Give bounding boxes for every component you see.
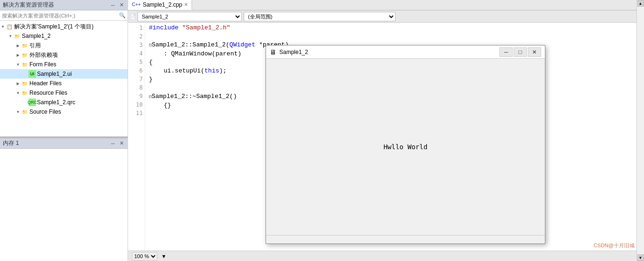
- tree-arrow-ui: [23, 71, 28, 77]
- scroll-up-btn[interactable]: ▲: [637, 0, 644, 7]
- memory-content: [0, 149, 128, 261]
- memory-panel-title: 内存 1: [3, 139, 19, 147]
- tab-label: Sample1_2.cpp: [143, 1, 182, 8]
- folder-source-icon: 📁: [21, 108, 28, 116]
- tree-item-qrc-file[interactable]: QRC Sample1_2.qrc: [0, 98, 128, 107]
- tree-label-form-files: Form Files: [28, 61, 56, 68]
- ui-file-icon: UI: [28, 70, 36, 78]
- tree-item-source-files[interactable]: ▼ 📁 Source Files: [0, 107, 128, 117]
- folder-external-icon: 📁: [21, 51, 28, 59]
- tab-bar: C++ Sample1_2.cpp ✕: [128, 0, 644, 10]
- tree-item-resource-files[interactable]: ▼ 📁 Resource Files: [0, 88, 128, 98]
- floating-title: 🖥 Sample1_2: [270, 48, 308, 56]
- right-panel: C++ Sample1_2.cpp ✕ 📄 Sample1_2 (全局范围) 1…: [128, 0, 644, 261]
- tree-arrow-source: ▼: [15, 109, 21, 115]
- line-numbers: 1 2 3 4 5 6 7 8 9 10 11: [128, 23, 145, 261]
- floating-title-text: Sample1_2: [279, 49, 308, 55]
- minimize-button[interactable]: ─: [499, 47, 513, 57]
- tab-close-icon[interactable]: ✕: [184, 2, 188, 7]
- solution-explorer-title: 解决方案资源管理器: [3, 1, 54, 9]
- tree-label-source-files: Source Files: [28, 108, 61, 115]
- memory-header-icons: ─ ✕: [110, 140, 125, 147]
- floating-content: Hwllo World: [266, 59, 545, 235]
- tree-arrow-resource: ▼: [15, 90, 21, 96]
- memory-close-icon[interactable]: ✕: [118, 140, 125, 147]
- tree-label-solution: 解决方案'Sample1_2'(1 个项目): [13, 23, 93, 31]
- project-icon: 📁: [13, 32, 21, 40]
- folder-ref-icon: 📁: [21, 42, 28, 49]
- tree-label-header-files: Header Files: [28, 80, 62, 87]
- memory-panel: 内存 1 ─ ✕: [0, 138, 128, 261]
- tree-item-ui-file[interactable]: UI Sample1_2.ui: [0, 69, 128, 79]
- tree-arrow-header: ▶: [15, 81, 21, 86]
- tree-label-qrc-file: Sample1_2.qrc: [36, 99, 75, 106]
- right-scrollbar: ▲ ▼: [636, 0, 644, 261]
- tree-label-ref: 引用: [28, 42, 41, 50]
- scroll-track: [637, 7, 644, 254]
- floating-window: 🖥 Sample1_2 ─ □ ✕ Hwllo World: [266, 45, 545, 244]
- tree-arrow-form: ▼: [15, 62, 21, 67]
- tree-item-external[interactable]: ▶ 📁 外部依赖项: [0, 50, 128, 60]
- watermark: CSDN@十月旧城: [594, 242, 635, 249]
- tree-label-project: Sample1_2: [21, 33, 51, 39]
- solution-explorer-header: 解决方案资源管理器 ─ ✕: [0, 0, 128, 10]
- tree-label-external: 外部依赖项: [28, 51, 58, 59]
- hello-world-text: Hwllo World: [384, 143, 428, 151]
- tree-item-form-files[interactable]: ▼ 📁 Form Files: [0, 60, 128, 69]
- tree-view: ▼ 📋 解决方案'Sample1_2'(1 个项目) ▼ 📁 Sample1_2…: [0, 21, 128, 136]
- zoom-selector[interactable]: 100 %: [132, 252, 157, 261]
- scroll-down-btn[interactable]: ▼: [637, 254, 644, 261]
- memory-pin-icon[interactable]: ─: [110, 140, 116, 147]
- search-input[interactable]: [2, 13, 119, 18]
- pin-icon[interactable]: ─: [110, 2, 116, 9]
- tree-label-resource-files: Resource Files: [28, 90, 67, 96]
- toolbar-icon: 📄: [130, 14, 136, 19]
- left-panel: 解决方案资源管理器 ─ ✕ 🔍 ▼ 📋 解决方案'Sample1_2'(1 个项…: [0, 0, 128, 261]
- close-panel-icon[interactable]: ✕: [118, 2, 125, 9]
- scope-selector[interactable]: (全局范围): [244, 12, 396, 21]
- floating-titlebar: 🖥 Sample1_2 ─ □ ✕: [266, 45, 545, 59]
- memory-panel-header: 内存 1 ─ ✕: [0, 138, 128, 149]
- close-button[interactable]: ✕: [528, 47, 541, 57]
- tree-item-ref[interactable]: ▶ 📁 引用: [0, 41, 128, 50]
- editor-toolbar: 📄 Sample1_2 (全局范围): [128, 10, 644, 23]
- status-bar: 100 % ▼: [128, 251, 644, 261]
- tree-item-project[interactable]: ▼ 📁 Sample1_2: [0, 31, 128, 41]
- folder-header-icon: 📁: [21, 80, 28, 87]
- tree-item-header-files[interactable]: ▶ 📁 Header Files: [0, 79, 128, 88]
- panel-header-icons: ─ ✕: [110, 2, 125, 9]
- search-bar: 🔍: [0, 10, 128, 21]
- tree-item-solution[interactable]: ▼ 📋 解决方案'Sample1_2'(1 个项目): [0, 22, 128, 31]
- main-container: 解决方案资源管理器 ─ ✕ 🔍 ▼ 📋 解决方案'Sample1_2'(1 个项…: [0, 0, 644, 261]
- floating-statusbar: [266, 235, 545, 243]
- tree-arrow-solution: ▼: [0, 24, 6, 29]
- qrc-file-icon: QRC: [28, 99, 36, 106]
- folder-resource-icon: 📁: [21, 89, 28, 97]
- zoom-arrow[interactable]: ▼: [161, 253, 166, 259]
- maximize-button[interactable]: □: [514, 47, 527, 57]
- tree-label-ui-file: Sample1_2.ui: [36, 71, 72, 77]
- search-icon: 🔍: [119, 12, 126, 18]
- solution-icon: 📋: [6, 23, 13, 30]
- tree-arrow-project: ▼: [8, 33, 13, 39]
- editor-statusbar: 100 % ▼: [128, 251, 644, 261]
- floating-controls: ─ □ ✕: [499, 47, 541, 57]
- tab-sample1-2-cpp[interactable]: C++ Sample1_2.cpp ✕: [128, 0, 192, 10]
- folder-form-icon: 📁: [21, 61, 28, 68]
- tree-arrow-ref: ▶: [15, 43, 21, 48]
- class-selector[interactable]: Sample1_2: [138, 12, 242, 21]
- tab-icon: C++: [132, 2, 141, 7]
- floating-app-icon: 🖥: [270, 48, 276, 56]
- tree-arrow-external: ▶: [15, 52, 21, 58]
